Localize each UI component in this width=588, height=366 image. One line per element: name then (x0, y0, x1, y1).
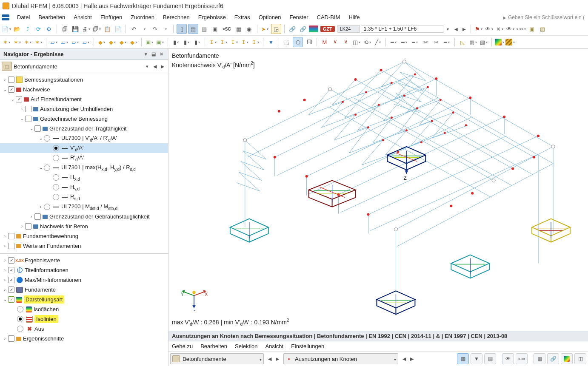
tree-isoln[interactable]: Isolinien (34, 316, 168, 322)
redo-icon[interactable]: ↷ (150, 24, 160, 34)
tree-schn[interactable]: Ergebnisschnitte (23, 335, 168, 342)
copy-icon[interactable]: 📋 (103, 24, 112, 34)
lk-prev-icon[interactable]: ◀ (453, 27, 460, 31)
tw-einzel[interactable]: ⌄ (9, 97, 16, 102)
slash-icon[interactable]: ╱ (373, 37, 382, 47)
results-combo-type[interactable]: ▪ Ausnutzungen an Knoten (283, 353, 398, 364)
rb-hxd[interactable] (53, 174, 59, 181)
cb-nbeton[interactable]: ✓ (25, 223, 31, 230)
rb-isofl[interactable] (17, 306, 23, 312)
cube-view-icon[interactable]: ◫ (352, 37, 361, 47)
tree-gebrauch[interactable]: Grenzzustand der Gebrauchstauglichkeit (49, 213, 168, 220)
node-star-icon[interactable]: ✶ (2, 37, 11, 47)
lk-label[interactable]: LK24 (337, 25, 360, 33)
tree-7301[interactable]: UL7301 | max(Hx,d, Hy,d) / Rs,d (61, 164, 168, 172)
keyword-hint[interactable]: Geben Sie ein Schlüsselwort ein ( (503, 14, 586, 20)
link2-icon[interactable]: 🔗 (298, 24, 308, 34)
surf1-icon[interactable]: ◆ (97, 37, 106, 47)
selector-drop-icon[interactable]: ▾ (143, 64, 151, 69)
menu-extras[interactable]: Extras (230, 13, 254, 21)
selector-text[interactable]: Betonfundamente (14, 63, 142, 70)
tw-gzttrag[interactable]: ⌄ (28, 126, 34, 131)
menu-ansicht[interactable]: Ansicht (69, 13, 96, 21)
res-menu-gehezu[interactable]: Gehe zu (172, 343, 193, 349)
duplicate-icon[interactable]: 🗐 (60, 24, 69, 34)
tree-rsd[interactable]: Rs,d (70, 193, 168, 201)
undo-list-icon[interactable] (140, 24, 149, 34)
selector-prev-icon[interactable]: ◀ (151, 64, 159, 69)
tw-ergw[interactable]: › (2, 258, 8, 263)
shade2-icon[interactable]: ▨ (479, 37, 488, 47)
cloud-sync-icon[interactable]: ⟳ (34, 24, 43, 34)
node2-icon[interactable]: ✶ (12, 37, 22, 47)
node4-icon[interactable]: ✶ (34, 37, 43, 47)
hline3-icon[interactable]: ━ (410, 37, 420, 47)
panel1-icon[interactable]: ▯ (177, 24, 187, 34)
cb-ergw[interactable]: ✓ (8, 257, 14, 264)
menu-datei[interactable]: Datei (13, 13, 34, 21)
clipboard-icon[interactable]: 📄 (113, 24, 123, 34)
rb-hyd[interactable] (53, 184, 59, 190)
clone-icon[interactable]: 🗐 (92, 24, 101, 34)
cb-wertefund[interactable]: ✓ (8, 243, 14, 249)
app-menu-icon[interactable] (2, 14, 9, 20)
panel3-icon[interactable]: ▥ (200, 24, 209, 34)
res-combo2-prev[interactable]: ◀ (402, 356, 406, 362)
hline1-icon[interactable]: ━ (389, 37, 398, 47)
grid-thin-icon[interactable] (309, 26, 318, 32)
res-menu-bearb[interactable]: Bearbeiten (200, 343, 227, 349)
selector-next-icon[interactable]: ▶ (159, 64, 166, 69)
view-flat-icon[interactable]: ⬚ (282, 37, 291, 47)
filter-icon[interactable]: ▼ (266, 37, 276, 47)
menu-cadbim[interactable]: CAD-BIM (313, 13, 345, 21)
rb-rsd[interactable] (53, 194, 59, 200)
tri-icon[interactable]: ◺ (458, 37, 467, 47)
measure1-icon[interactable]: ✕ (495, 24, 505, 34)
table-icon[interactable]: ▦ (234, 24, 243, 34)
member4-icon[interactable]: ▱ (81, 37, 91, 47)
res-menu-ansicht[interactable]: Ansicht (265, 343, 284, 349)
diag-icon2[interactable]: ⊻ (331, 37, 340, 47)
cb-darst[interactable]: ✓ (8, 296, 14, 303)
cb-maxmin[interactable]: ✓ (8, 277, 14, 283)
cb-fundbew[interactable]: ✓ (8, 233, 14, 239)
cb-titel[interactable]: ✓ (8, 267, 14, 273)
tree-nachweise[interactable]: Nachweise (23, 86, 168, 93)
lk-dropdown-icon[interactable]: ▾ (445, 27, 451, 31)
surf4-icon[interactable]: ◆ (129, 37, 138, 47)
tree-darst[interactable]: Darstellungsart (24, 296, 168, 303)
tw-nachweise[interactable]: ⌄ (2, 87, 8, 92)
open-file-icon[interactable]: 📂 (12, 24, 22, 34)
console-icon[interactable]: ▣ (210, 24, 220, 34)
tw-7200[interactable]: › (37, 204, 44, 209)
menu-berechnen[interactable]: Berechnen (159, 13, 194, 21)
selector-module-icon[interactable]: ⬚ (2, 62, 12, 71)
load2-icon[interactable]: ↧ (219, 37, 228, 47)
menu-ergebnisse[interactable]: Ergebnisse (194, 13, 230, 21)
gradient2-icon[interactable] (505, 37, 515, 47)
rotate-icon[interactable]: ⟲ (363, 37, 372, 47)
res-btn-table[interactable]: ▤ (484, 353, 496, 364)
res-combo-next[interactable]: ▶ (276, 356, 279, 362)
res-combo-prev[interactable]: ◀ (268, 356, 271, 362)
cube1-icon[interactable]: ▣ (527, 24, 537, 34)
shade1-icon[interactable]: ▨ (468, 37, 478, 47)
menu-einfuegen[interactable]: Einfügen (96, 13, 126, 21)
nav-pin-icon[interactable]: ⬓ (150, 51, 157, 57)
load5-icon[interactable]: ↧ (251, 37, 260, 47)
member2-icon[interactable]: ▱ (60, 37, 69, 47)
tree-einzel[interactable]: Auf Einzelfundament (31, 96, 168, 102)
menu-hilfe[interactable]: Hilfe (344, 13, 364, 21)
cb-geotech[interactable]: ✓ (25, 116, 31, 122)
hline4-icon[interactable]: ━ (442, 37, 451, 47)
menu-bearbeiten[interactable]: Bearbeiten (34, 13, 69, 21)
nav-close-icon[interactable]: ✕ (158, 51, 165, 57)
cut1-icon[interactable]: ✂ (421, 37, 430, 47)
print-icon[interactable]: 🖨 (81, 24, 91, 34)
menu-optionen[interactable]: Optionen (254, 13, 285, 21)
eye1-icon[interactable]: 👁 (485, 24, 494, 34)
member1-icon[interactable]: ▱ (49, 37, 59, 47)
res-btn-xxx[interactable]: x.xx (516, 353, 528, 364)
hline2-icon[interactable]: ━ (400, 37, 409, 47)
diag-m-icon[interactable]: M (320, 37, 329, 47)
